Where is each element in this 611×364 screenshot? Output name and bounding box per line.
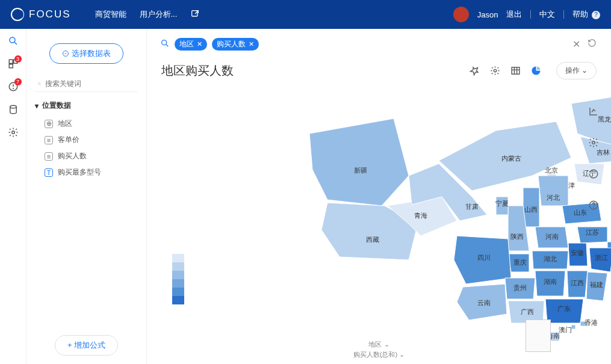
globe-icon: ⊕ <box>45 120 53 128</box>
text-icon: T <box>45 168 53 177</box>
chevron-down-icon: ▾ <box>35 102 39 110</box>
svg-point-16 <box>594 207 594 208</box>
province-shape[interactable] <box>535 227 568 248</box>
clear-icon[interactable]: ✕ <box>571 37 582 51</box>
svg-rect-0 <box>192 10 197 16</box>
app-header: FOCUS 商贸智能 用户分析... Jason 退出 中文 帮助 ? <box>0 0 611 29</box>
province-shape[interactable] <box>571 325 575 329</box>
china-map[interactable]: 新疆西藏青海甘肃内蒙古黑龙江吉林辽宁北京天津河北山西山东河南陕西宁夏江苏上海安徽… <box>303 85 611 344</box>
settings-icon[interactable] <box>7 126 19 138</box>
field-region[interactable]: ⊕地区 <box>35 116 138 132</box>
province-shape[interactable] <box>567 271 588 297</box>
measure-icon: ≡ <box>45 136 53 144</box>
svg-point-8 <box>11 131 14 134</box>
dashboard-icon[interactable]: 3 <box>7 58 19 70</box>
province-shape[interactable] <box>589 248 611 272</box>
province-shape[interactable] <box>505 278 535 299</box>
select-table-button[interactable]: 选择数据表 <box>49 43 123 64</box>
search-icon[interactable] <box>7 35 19 47</box>
province-shape[interactable] <box>532 251 568 269</box>
south-sea-inset <box>526 319 551 352</box>
measure-icon: ≡ <box>45 152 53 161</box>
province-shape[interactable] <box>577 227 607 243</box>
query-chip-region[interactable]: 地区✕ <box>175 38 207 51</box>
avatar[interactable] <box>453 7 469 22</box>
main-panel: 地区✕ 购买人数✕ ✕ 地区购买人数 操作 ⌄ 新疆西藏青海甘肃内蒙古黑龙江吉林… <box>147 29 611 364</box>
province-shape[interactable] <box>580 321 586 326</box>
title-row: 地区购买人数 操作 ⌄ <box>147 60 611 85</box>
badge: 3 <box>14 55 22 63</box>
lang-switch[interactable]: 中文 <box>539 9 555 20</box>
svg-point-12 <box>494 69 497 72</box>
svg-rect-13 <box>512 67 520 74</box>
help-link[interactable]: 帮助 ? <box>572 9 600 20</box>
svg-point-14 <box>592 141 595 144</box>
keyword-search-input[interactable] <box>45 79 135 88</box>
close-icon[interactable]: ✕ <box>249 40 254 48</box>
query-bar: 地区✕ 购买人数✕ ✕ <box>147 29 611 60</box>
nav-item-bi[interactable]: 商贸智能 <box>95 9 126 20</box>
province-shape[interactable] <box>457 284 507 320</box>
province-shape[interactable] <box>538 176 568 206</box>
nav-item-user-analysis[interactable]: 用户分析... <box>140 9 178 20</box>
refresh-icon[interactable] <box>586 37 598 51</box>
svg-point-6 <box>13 88 13 89</box>
add-formula-button[interactable]: + 增加公式 <box>55 335 118 356</box>
province-shape[interactable] <box>535 271 565 296</box>
close-icon[interactable]: ✕ <box>197 40 202 48</box>
gear-icon[interactable] <box>585 134 603 152</box>
svg-rect-2 <box>9 60 13 63</box>
operations-button[interactable]: 操作 ⌄ <box>556 62 597 79</box>
pin-icon[interactable] <box>470 66 480 76</box>
svg-point-10 <box>38 82 40 85</box>
axis-labels: 地区 ⌄ 购买人数(总和) ⌄ <box>353 339 405 360</box>
top-nav: 商贸智能 用户分析... <box>95 9 200 20</box>
province-shape[interactable] <box>523 188 539 227</box>
header-right: Jason 退出 中文 帮助 ? <box>453 7 600 22</box>
province-shape[interactable] <box>454 236 511 284</box>
chevron-down-icon[interactable]: ⌄ <box>384 341 389 348</box>
username[interactable]: Jason <box>477 10 498 19</box>
query-chip-buyers[interactable]: 购买人数✕ <box>212 38 259 51</box>
tree-section-head[interactable]: ▾ 位置数据 <box>35 100 138 111</box>
province-shape[interactable] <box>568 243 588 266</box>
gear-icon[interactable] <box>490 66 501 76</box>
reset-icon[interactable] <box>585 165 603 183</box>
help-icon[interactable] <box>585 196 603 214</box>
province-shape[interactable] <box>508 254 529 272</box>
chevron-down-icon[interactable]: ⌄ <box>399 351 405 358</box>
province-label: 澳门 <box>559 326 572 333</box>
svg-point-11 <box>162 40 167 45</box>
province-shape[interactable] <box>496 197 508 215</box>
svg-rect-4 <box>9 64 13 68</box>
export-icon[interactable] <box>190 9 200 20</box>
chart-side-tools <box>585 102 603 214</box>
color-legend <box>172 254 184 304</box>
logo-icon <box>11 8 24 21</box>
table-icon[interactable] <box>510 66 521 76</box>
chart-type-icon[interactable] <box>531 66 542 76</box>
svg-point-7 <box>10 105 16 108</box>
title-actions: 操作 ⌄ <box>470 62 597 79</box>
province-shape[interactable] <box>545 299 583 323</box>
province-shape[interactable] <box>586 272 607 301</box>
app-logo: FOCUS <box>11 8 71 21</box>
field-top-model[interactable]: T购买最多型号 <box>35 164 138 180</box>
left-rail: 3 7 <box>0 29 26 364</box>
axis-config-icon[interactable] <box>585 102 603 120</box>
data-icon[interactable] <box>7 103 19 116</box>
field-unit-price[interactable]: ≡客单价 <box>35 132 138 148</box>
search-icon[interactable] <box>160 39 170 51</box>
alerts-icon[interactable]: 7 <box>7 81 19 93</box>
field-buyers[interactable]: ≡购买人数 <box>35 148 138 164</box>
chart-title: 地区购买人数 <box>161 63 234 79</box>
svg-point-1 <box>10 37 15 43</box>
chevron-down-icon: ⌄ <box>582 66 588 75</box>
badge: 7 <box>14 78 22 85</box>
divider <box>530 10 531 19</box>
province-shape[interactable] <box>309 119 409 206</box>
keyword-search[interactable] <box>35 76 138 92</box>
logout-link[interactable]: 退出 <box>506 9 522 20</box>
sidebar: 选择数据表 ▾ 位置数据 ⊕地区 ≡客单价 ≡购买人数 T购买最多型号 + 增加… <box>26 29 147 364</box>
app-name: FOCUS <box>29 8 71 20</box>
